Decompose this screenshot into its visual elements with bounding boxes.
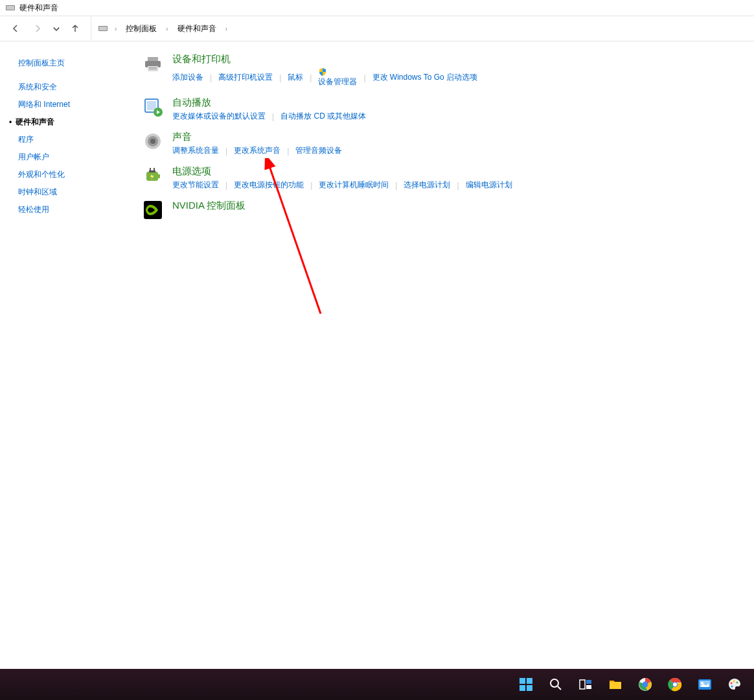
svg-rect-8 [149,69,157,69]
svg-rect-26 [586,680,591,684]
window-titlebar: 硬件和声音 [0,0,754,16]
svg-rect-21 [520,685,525,691]
link-add-device[interactable]: 添加设备 [172,72,203,83]
taskbar-file-explorer[interactable] [602,671,628,697]
svg-rect-22 [527,685,532,691]
svg-line-24 [558,686,561,690]
link-windows-to-go[interactable]: 更改 Windows To Go 启动选项 [372,72,477,83]
chevron-right-icon[interactable]: › [113,25,118,32]
taskbar-search-button[interactable] [543,671,569,697]
svg-rect-5 [148,57,158,61]
category-title[interactable]: 自动播放 [172,97,741,109]
taskbar-app-1[interactable] [692,671,718,697]
chevron-right-icon[interactable]: › [224,25,229,32]
nvidia-icon [143,200,163,220]
category-title[interactable]: NVIDIA 控制面板 [172,200,741,212]
sidebar-item-programs[interactable]: 程序 [18,131,130,148]
svg-rect-25 [580,680,585,689]
category-nvidia: NVIDIA 控制面板 [143,200,741,220]
window-title: 硬件和声音 [19,3,58,14]
sidebar-item-hardware-sound[interactable]: •硬件和声音 [18,113,130,131]
link-change-sleep-time[interactable]: 更改计算机睡眠时间 [319,180,389,191]
sidebar-item-system-security[interactable]: 系统和安全 [18,78,130,96]
sidebar-item-user-accounts[interactable]: 用户帐户 [18,148,130,166]
category-title[interactable]: 设备和打印机 [172,53,741,65]
svg-rect-7 [149,67,157,68]
taskbar-task-view-button[interactable] [573,671,599,697]
category-autoplay: 自动播放 更改媒体或设备的默认设置| 自动播放 CD 或其他媒体 [143,97,741,122]
shield-icon [318,67,327,76]
category-title[interactable]: 电源选项 [172,165,741,178]
svg-rect-10 [147,101,156,110]
sidebar-item-label: 硬件和声音 [16,117,54,126]
taskbar-start-button[interactable] [513,671,539,697]
svg-point-33 [673,682,677,686]
link-adjust-volume[interactable]: 调整系统音量 [172,145,219,156]
back-button[interactable] [8,21,23,36]
svg-rect-19 [520,678,525,684]
taskbar-paint[interactable] [722,671,748,697]
sidebar: 控制面板主页 系统和安全 网络和 Internet •硬件和声音 程序 用户帐户… [0,41,130,669]
taskbar-chrome[interactable] [662,671,688,697]
svg-point-14 [150,139,155,144]
chevron-right-icon[interactable]: › [165,25,169,32]
printer-icon [143,53,163,74]
link-autoplay-cd[interactable]: 自动播放 CD 或其他媒体 [280,111,366,122]
taskbar-browser-1[interactable] [632,671,658,697]
sidebar-item-clock-region[interactable]: 时钟和区域 [18,183,130,201]
link-edit-power-plan[interactable]: 编辑电源计划 [466,180,512,191]
svg-rect-16 [158,174,160,178]
link-change-media-defaults[interactable]: 更改媒体或设备的默认设置 [172,111,266,122]
address-bar[interactable]: › 控制面板 › 硬件和声音 › [91,16,754,41]
sidebar-item-appearance[interactable]: 外观和个性化 [18,166,130,183]
link-mouse[interactable]: 鼠标 [288,72,303,83]
svg-rect-20 [527,678,532,684]
autoplay-icon [143,97,163,117]
link-choose-power-plan[interactable]: 选择电源计划 [404,180,450,191]
link-manage-audio-devices[interactable]: 管理音频设备 [295,145,342,156]
link-change-system-sounds[interactable]: 更改系统声音 [234,145,280,156]
link-device-manager[interactable]: 设备管理器 [318,67,357,88]
category-power-options: 电源选项 更改节能设置| 更改电源按钮的功能| 更改计算机睡眠时间| 选择电源计… [143,165,741,191]
svg-point-23 [551,679,558,687]
svg-rect-27 [586,685,591,689]
svg-point-40 [731,686,733,688]
category-sound: 声音 调整系统音量| 更改系统声音| 管理音频设备 [143,131,741,156]
svg-rect-3 [99,27,107,30]
category-title[interactable]: 声音 [172,131,741,143]
link-change-energy-settings[interactable]: 更改节能设置 [172,180,219,191]
sidebar-home[interactable]: 控制面板主页 [18,54,130,72]
speaker-icon [143,131,163,152]
control-panel-icon [98,23,108,34]
svg-point-36 [701,682,703,684]
sidebar-item-network-internet[interactable]: 网络和 Internet [18,96,130,113]
recent-dropdown[interactable] [52,21,61,36]
link-advanced-printer-settings[interactable]: 高级打印机设置 [218,72,273,83]
svg-point-38 [733,681,735,682]
category-devices-printers: 设备和打印机 添加设备| 高级打印机设置| 鼠标| 设备管理器 | 更改 Win… [143,53,741,88]
up-button[interactable] [67,21,83,36]
svg-rect-1 [6,6,14,10]
link-change-power-button[interactable]: 更改电源按钮的功能 [234,180,304,191]
taskbar [0,669,754,700]
svg-point-37 [731,682,733,684]
breadcrumb-root[interactable]: 控制面板 [123,22,159,36]
forward-button[interactable] [30,21,45,36]
sidebar-item-ease-of-access[interactable]: 轻松使用 [18,201,130,218]
content-area: 设备和打印机 添加设备| 高级打印机设置| 鼠标| 设备管理器 | 更改 Win… [130,41,754,669]
svg-point-39 [737,682,738,684]
breadcrumb-current[interactable]: 硬件和声音 [175,22,219,36]
navigation-bar: › 控制面板 › 硬件和声音 › [0,16,754,41]
control-panel-icon [5,3,16,13]
battery-plug-icon [143,165,163,186]
